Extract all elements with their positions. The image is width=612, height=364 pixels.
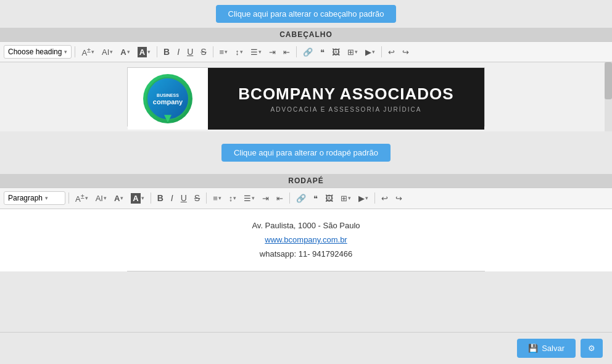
- table-button[interactable]: ⊞ ▾: [344, 46, 361, 59]
- redo-button[interactable]: ↪: [399, 46, 412, 59]
- footer-chevron-5: ▾: [218, 195, 221, 201]
- footer-chevron-9: ▾: [365, 195, 368, 201]
- link-button[interactable]: 🔗: [300, 46, 316, 59]
- italic-button[interactable]: I: [174, 45, 183, 59]
- footer-undo-button[interactable]: ↩: [378, 192, 391, 205]
- scrollbar-track[interactable]: [605, 62, 612, 131]
- chevron-icon-7: ▾: [258, 49, 262, 55]
- bg-color-button[interactable]: A ▾: [134, 45, 154, 59]
- heading-select[interactable]: Choose heading ▾: [4, 45, 72, 59]
- footer-strikethrough-button[interactable]: S: [191, 191, 203, 205]
- footer-image-button[interactable]: 🖼: [322, 192, 336, 205]
- heading-select-label: Choose heading: [8, 48, 62, 56]
- footer-edit-button[interactable]: Clique aqui para alterar o rodapé padrão: [221, 144, 391, 162]
- outdent-icon: ⇤: [283, 48, 290, 57]
- footer-image-icon: 🖼: [325, 194, 333, 203]
- footer-toolbar: Paragraph ▾ A± ▾ AI ▾ A ▾ A ▾ B I U S ≡ …: [0, 188, 612, 209]
- footer-table-button[interactable]: ⊞ ▾: [337, 192, 354, 205]
- footer-bg-color-button[interactable]: A ▾: [128, 191, 147, 205]
- footer-font-color-icon: A: [114, 194, 120, 203]
- footer-bold-button[interactable]: B: [154, 191, 167, 205]
- footer-website: www.bcompany.com.br: [136, 233, 476, 247]
- embed-icon: ▶: [365, 48, 371, 57]
- line-height-icon: ↕: [235, 48, 239, 57]
- toolbar-divider-3: [213, 46, 213, 57]
- footer-outdent-button[interactable]: ⇤: [273, 192, 286, 205]
- logo-text-company: company: [153, 98, 183, 105]
- bold-icon: B: [163, 47, 170, 57]
- chevron-icon-2: ▾: [110, 49, 113, 55]
- footer-undo-icon: ↩: [381, 194, 388, 203]
- footer-divider-2: [151, 192, 151, 204]
- footer-embed-button[interactable]: ▶ ▾: [355, 192, 371, 205]
- extra-action-button[interactable]: ⚙: [581, 339, 603, 358]
- bold-button[interactable]: B: [160, 45, 173, 59]
- footer-divider-5: [374, 192, 375, 204]
- ai-icon: AI: [102, 48, 109, 57]
- footer-indent-icon: ⇥: [262, 194, 269, 203]
- italic-icon: I: [177, 47, 180, 57]
- list-icon: ☰: [250, 48, 258, 57]
- bg-color-icon: A: [138, 47, 147, 57]
- font-size-icon: A±: [81, 46, 91, 57]
- footer-chevron-1: ▾: [85, 195, 88, 201]
- header-edit-button[interactable]: Clique aqui para alterar o cabeçalho pad…: [216, 5, 397, 23]
- footer-font-size-button[interactable]: A± ▾: [72, 191, 91, 205]
- align-icon: ≡: [220, 48, 225, 57]
- quote-icon: ❝: [320, 48, 325, 57]
- footer-indent-button[interactable]: ⇥: [259, 192, 272, 205]
- logo-container: BUSINESS company: [143, 74, 192, 123]
- bottom-action-bar: 💾 Salvar ⚙: [0, 332, 612, 364]
- ai-button[interactable]: AI ▾: [99, 46, 116, 59]
- embed-button[interactable]: ▶ ▾: [362, 46, 378, 59]
- footer-list-button[interactable]: ☰ ▾: [241, 192, 258, 205]
- image-icon: 🖼: [332, 48, 340, 57]
- link-icon: 🔗: [303, 48, 313, 57]
- footer-link-button[interactable]: 🔗: [293, 192, 309, 205]
- table-icon: ⊞: [347, 48, 354, 57]
- line-height-button[interactable]: ↕ ▾: [232, 46, 246, 59]
- font-color-button[interactable]: A ▾: [117, 46, 133, 59]
- footer-bold-icon: B: [157, 193, 163, 203]
- footer-whatsapp: whatsapp: 11- 941792466: [136, 247, 476, 261]
- footer-section-label: RODAPÉ: [0, 174, 612, 188]
- footer-font-color-button[interactable]: A ▾: [111, 192, 126, 205]
- chevron-icon-9: ▾: [372, 49, 375, 55]
- strikethrough-button[interactable]: S: [197, 45, 209, 59]
- footer-website-link[interactable]: www.bcompany.com.br: [265, 235, 347, 244]
- header-content-area: BUSINESS company BCOMPANY ASSOCIADOS ADV…: [0, 62, 612, 131]
- image-button[interactable]: 🖼: [329, 46, 343, 59]
- footer-strikethrough-icon: S: [194, 193, 200, 203]
- header-editor-frame: BUSINESS company BCOMPANY ASSOCIADOS ADV…: [127, 67, 485, 126]
- footer-chevron-8: ▾: [348, 195, 351, 201]
- footer-line-height-button[interactable]: ↕ ▾: [226, 192, 240, 205]
- footer-quote-button[interactable]: ❝: [310, 192, 321, 205]
- middle-section: Clique aqui para alterar o rodapé padrão: [0, 131, 612, 174]
- footer-list-icon: ☰: [244, 194, 251, 203]
- save-button[interactable]: 💾 Salvar: [517, 339, 576, 358]
- footer-line-height-icon: ↕: [229, 194, 233, 203]
- font-color-icon: A: [120, 48, 126, 57]
- paragraph-select[interactable]: Paragraph ▾: [4, 191, 65, 205]
- save-button-label: Salvar: [542, 344, 564, 353]
- underline-button[interactable]: U: [184, 45, 196, 59]
- footer-italic-icon: I: [171, 193, 173, 203]
- list-button[interactable]: ☰ ▾: [247, 46, 265, 59]
- footer-redo-button[interactable]: ↪: [392, 192, 405, 205]
- outdent-button[interactable]: ⇤: [280, 46, 293, 59]
- footer-underline-button[interactable]: U: [178, 191, 190, 205]
- scrollbar-thumb[interactable]: [605, 62, 612, 99]
- chevron-icon-4: ▾: [147, 49, 151, 55]
- company-name-text: BCOMPANY ASSOCIADOS: [238, 85, 453, 104]
- font-size-button[interactable]: A± ▾: [78, 44, 97, 59]
- quote-button[interactable]: ❝: [317, 46, 328, 59]
- undo-button[interactable]: ↩: [385, 46, 398, 59]
- footer-ai-button[interactable]: AI ▾: [93, 192, 110, 205]
- strikethrough-icon: S: [201, 47, 206, 57]
- footer-outdent-icon: ⇤: [276, 194, 283, 203]
- chevron-icon-5: ▾: [225, 49, 228, 55]
- align-button[interactable]: ≡ ▾: [217, 46, 231, 59]
- footer-italic-button[interactable]: I: [168, 191, 176, 205]
- footer-align-button[interactable]: ≡ ▾: [210, 192, 225, 205]
- indent-button[interactable]: ⇥: [266, 46, 279, 59]
